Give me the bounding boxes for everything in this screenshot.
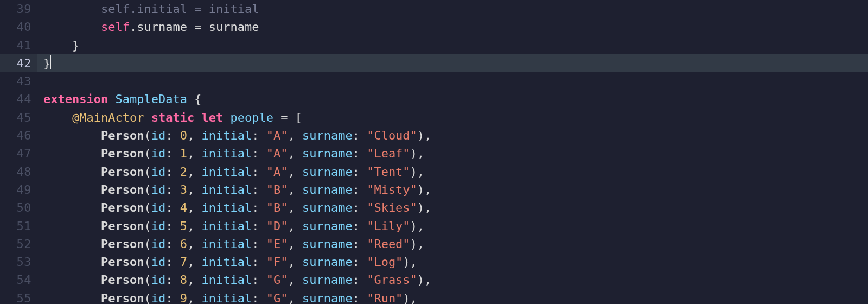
code-line[interactable]: Person(id: 7, initial: "F", surname: "Lo… — [37, 253, 868, 271]
code-line[interactable]: Person(id: 8, initial: "G", surname: "Gr… — [37, 271, 868, 289]
line-number: 51 — [0, 217, 31, 235]
line-number: 43 — [0, 72, 31, 90]
code-line[interactable]: } — [37, 36, 868, 54]
line-number: 48 — [0, 163, 31, 181]
code-line[interactable]: self.initial = initial — [37, 0, 868, 18]
line-number: 55 — [0, 289, 31, 304]
line-number: 45 — [0, 109, 31, 126]
code-line[interactable]: extension SampleData { — [37, 90, 868, 108]
code-line[interactable] — [37, 72, 868, 90]
line-number: 41 — [0, 36, 31, 54]
code-line[interactable]: self.surname = surname — [37, 18, 868, 36]
line-number: 53 — [0, 253, 31, 271]
line-number-gutter: 3940414243444546474849505152535455 — [0, 0, 37, 304]
code-editor[interactable]: 3940414243444546474849505152535455 self.… — [0, 0, 868, 304]
code-line[interactable]: Person(id: 4, initial: "B", surname: "Sk… — [37, 199, 868, 217]
line-number: 47 — [0, 144, 31, 162]
line-number: 46 — [0, 126, 31, 144]
text-cursor — [50, 55, 51, 69]
line-number: 50 — [0, 199, 31, 217]
code-line[interactable]: Person(id: 5, initial: "D", surname: "Li… — [37, 217, 868, 235]
code-line[interactable]: Person(id: 2, initial: "A", surname: "Te… — [37, 163, 868, 181]
code-line[interactable]: Person(id: 6, initial: "E", surname: "Re… — [37, 235, 868, 253]
code-line[interactable]: @MainActor static let people = [ — [37, 109, 868, 126]
line-number: 39 — [0, 0, 31, 18]
line-number: 44 — [0, 90, 31, 108]
line-number: 42 — [0, 54, 31, 72]
code-line[interactable]: Person(id: 3, initial: "B", surname: "Mi… — [37, 181, 868, 199]
code-area[interactable]: self.initial = initial self.surname = su… — [37, 0, 868, 304]
code-line[interactable]: Person(id: 0, initial: "A", surname: "Cl… — [37, 126, 868, 144]
line-number: 52 — [0, 235, 31, 253]
code-line[interactable]: Person(id: 1, initial: "A", surname: "Le… — [37, 144, 868, 162]
line-number: 54 — [0, 271, 31, 289]
line-number: 40 — [0, 18, 31, 36]
code-line[interactable]: Person(id: 9, initial: "G", surname: "Ru… — [37, 289, 868, 304]
code-line[interactable]: } — [37, 54, 868, 72]
line-number: 49 — [0, 181, 31, 199]
